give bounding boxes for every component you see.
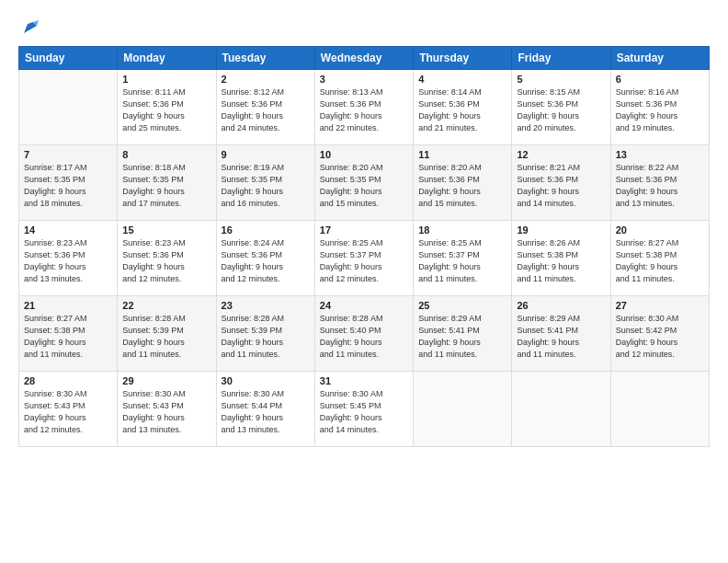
header: [18, 17, 710, 37]
col-header-friday: Friday: [512, 47, 610, 70]
day-number: 3: [320, 74, 408, 85]
day-number: 17: [320, 224, 408, 236]
day-info: Sunrise: 8:12 AM Sunset: 5:36 PM Dayligh…: [222, 86, 310, 134]
day-info: Sunrise: 8:25 AM Sunset: 5:37 PM Dayligh…: [418, 237, 506, 285]
calendar-cell: 26Sunrise: 8:29 AM Sunset: 5:41 PM Dayli…: [512, 296, 610, 372]
day-number: 30: [222, 375, 310, 386]
calendar-cell: 15Sunrise: 8:23 AM Sunset: 5:36 PM Dayli…: [118, 221, 216, 296]
calendar-cell: 16Sunrise: 8:24 AM Sunset: 5:36 PM Dayli…: [216, 221, 314, 296]
calendar-cell: 27Sunrise: 8:30 AM Sunset: 5:42 PM Dayli…: [610, 296, 709, 372]
calendar-header-row: SundayMondayTuesdayWednesdayThursdayFrid…: [19, 47, 710, 70]
calendar-cell: 6Sunrise: 8:16 AM Sunset: 5:36 PM Daylig…: [610, 70, 709, 145]
calendar-week-4: 21Sunrise: 8:27 AM Sunset: 5:38 PM Dayli…: [19, 296, 710, 372]
calendar-cell: 5Sunrise: 8:15 AM Sunset: 5:36 PM Daylig…: [512, 70, 610, 145]
day-info: Sunrise: 8:21 AM Sunset: 5:36 PM Dayligh…: [517, 162, 605, 210]
day-info: Sunrise: 8:27 AM Sunset: 5:38 PM Dayligh…: [616, 237, 704, 285]
calendar-cell: [414, 372, 512, 447]
day-info: Sunrise: 8:14 AM Sunset: 5:36 PM Dayligh…: [418, 86, 506, 134]
day-number: 26: [517, 300, 605, 311]
calendar-cell: 1Sunrise: 8:11 AM Sunset: 5:36 PM Daylig…: [118, 70, 216, 145]
day-number: 11: [418, 149, 506, 160]
calendar-cell: 7Sunrise: 8:17 AM Sunset: 5:35 PM Daylig…: [19, 145, 118, 221]
col-header-sunday: Sunday: [19, 47, 118, 70]
day-info: Sunrise: 8:28 AM Sunset: 5:39 PM Dayligh…: [122, 313, 210, 361]
col-header-saturday: Saturday: [610, 47, 709, 70]
logo: [18, 17, 40, 37]
col-header-tuesday: Tuesday: [216, 47, 314, 70]
day-number: 21: [24, 300, 112, 311]
day-info: Sunrise: 8:25 AM Sunset: 5:37 PM Dayligh…: [320, 237, 408, 285]
day-number: 20: [616, 224, 704, 236]
col-header-thursday: Thursday: [414, 47, 512, 70]
day-info: Sunrise: 8:22 AM Sunset: 5:36 PM Dayligh…: [616, 162, 704, 210]
calendar-week-5: 28Sunrise: 8:30 AM Sunset: 5:43 PM Dayli…: [19, 372, 710, 447]
day-number: 1: [122, 74, 210, 85]
day-info: Sunrise: 8:26 AM Sunset: 5:38 PM Dayligh…: [517, 237, 605, 285]
day-number: 9: [222, 149, 310, 160]
day-info: Sunrise: 8:24 AM Sunset: 5:36 PM Dayligh…: [222, 237, 310, 285]
calendar-cell: 2Sunrise: 8:12 AM Sunset: 5:36 PM Daylig…: [216, 70, 314, 145]
day-info: Sunrise: 8:16 AM Sunset: 5:36 PM Dayligh…: [616, 86, 704, 134]
day-info: Sunrise: 8:30 AM Sunset: 5:42 PM Dayligh…: [616, 313, 704, 361]
calendar-cell: 20Sunrise: 8:27 AM Sunset: 5:38 PM Dayli…: [610, 221, 709, 296]
day-info: Sunrise: 8:29 AM Sunset: 5:41 PM Dayligh…: [418, 313, 506, 361]
day-info: Sunrise: 8:20 AM Sunset: 5:35 PM Dayligh…: [320, 162, 408, 210]
calendar-cell: 22Sunrise: 8:28 AM Sunset: 5:39 PM Dayli…: [118, 296, 216, 372]
day-info: Sunrise: 8:29 AM Sunset: 5:41 PM Dayligh…: [517, 313, 605, 361]
day-info: Sunrise: 8:30 AM Sunset: 5:43 PM Dayligh…: [122, 388, 210, 436]
calendar-cell: 23Sunrise: 8:28 AM Sunset: 5:39 PM Dayli…: [216, 296, 314, 372]
day-number: 2: [222, 74, 310, 85]
day-info: Sunrise: 8:17 AM Sunset: 5:35 PM Dayligh…: [24, 162, 112, 210]
day-info: Sunrise: 8:27 AM Sunset: 5:38 PM Dayligh…: [24, 313, 112, 361]
calendar-week-3: 14Sunrise: 8:23 AM Sunset: 5:36 PM Dayli…: [19, 221, 710, 296]
col-header-monday: Monday: [118, 47, 216, 70]
calendar-week-1: 1Sunrise: 8:11 AM Sunset: 5:36 PM Daylig…: [19, 70, 710, 145]
day-number: 12: [517, 149, 605, 160]
day-info: Sunrise: 8:15 AM Sunset: 5:36 PM Dayligh…: [517, 86, 605, 134]
calendar-cell: 24Sunrise: 8:28 AM Sunset: 5:40 PM Dayli…: [314, 296, 413, 372]
logo-icon: [20, 17, 40, 37]
day-info: Sunrise: 8:30 AM Sunset: 5:44 PM Dayligh…: [222, 388, 310, 436]
calendar-week-2: 7Sunrise: 8:17 AM Sunset: 5:35 PM Daylig…: [19, 145, 710, 221]
day-info: Sunrise: 8:23 AM Sunset: 5:36 PM Dayligh…: [122, 237, 210, 285]
calendar-cell: [610, 372, 709, 447]
calendar-cell: 18Sunrise: 8:25 AM Sunset: 5:37 PM Dayli…: [414, 221, 512, 296]
calendar-cell: 19Sunrise: 8:26 AM Sunset: 5:38 PM Dayli…: [512, 221, 610, 296]
day-info: Sunrise: 8:11 AM Sunset: 5:36 PM Dayligh…: [122, 86, 210, 134]
day-number: 14: [24, 224, 112, 236]
calendar-cell: 8Sunrise: 8:18 AM Sunset: 5:35 PM Daylig…: [118, 145, 216, 221]
calendar-cell: 30Sunrise: 8:30 AM Sunset: 5:44 PM Dayli…: [216, 372, 314, 447]
calendar-cell: 11Sunrise: 8:20 AM Sunset: 5:36 PM Dayli…: [414, 145, 512, 221]
day-info: Sunrise: 8:28 AM Sunset: 5:40 PM Dayligh…: [320, 313, 408, 361]
calendar-cell: 28Sunrise: 8:30 AM Sunset: 5:43 PM Dayli…: [19, 372, 118, 447]
day-number: 8: [122, 149, 210, 160]
day-number: 23: [222, 300, 310, 311]
day-info: Sunrise: 8:19 AM Sunset: 5:35 PM Dayligh…: [222, 162, 310, 210]
day-number: 10: [320, 149, 408, 160]
day-number: 28: [24, 375, 112, 386]
calendar-cell: 29Sunrise: 8:30 AM Sunset: 5:43 PM Dayli…: [118, 372, 216, 447]
calendar-cell: 4Sunrise: 8:14 AM Sunset: 5:36 PM Daylig…: [414, 70, 512, 145]
day-number: 24: [320, 300, 408, 311]
day-number: 5: [517, 74, 605, 85]
page: SundayMondayTuesdayWednesdayThursdayFrid…: [0, 0, 728, 563]
day-number: 18: [418, 224, 506, 236]
day-number: 29: [122, 375, 210, 386]
day-info: Sunrise: 8:28 AM Sunset: 5:39 PM Dayligh…: [222, 313, 310, 361]
day-number: 25: [418, 300, 506, 311]
day-info: Sunrise: 8:23 AM Sunset: 5:36 PM Dayligh…: [24, 237, 112, 285]
calendar-cell: 17Sunrise: 8:25 AM Sunset: 5:37 PM Dayli…: [314, 221, 413, 296]
calendar-table: SundayMondayTuesdayWednesdayThursdayFrid…: [18, 46, 710, 447]
col-header-wednesday: Wednesday: [314, 47, 413, 70]
day-number: 27: [616, 300, 704, 311]
day-info: Sunrise: 8:18 AM Sunset: 5:35 PM Dayligh…: [122, 162, 210, 210]
day-number: 19: [517, 224, 605, 236]
day-number: 31: [320, 375, 408, 386]
day-number: 6: [616, 74, 704, 85]
calendar-cell: 14Sunrise: 8:23 AM Sunset: 5:36 PM Dayli…: [19, 221, 118, 296]
calendar-cell: 3Sunrise: 8:13 AM Sunset: 5:36 PM Daylig…: [314, 70, 413, 145]
calendar-cell: 21Sunrise: 8:27 AM Sunset: 5:38 PM Dayli…: [19, 296, 118, 372]
day-number: 4: [418, 74, 506, 85]
day-info: Sunrise: 8:30 AM Sunset: 5:43 PM Dayligh…: [24, 388, 112, 436]
calendar-cell: 25Sunrise: 8:29 AM Sunset: 5:41 PM Dayli…: [414, 296, 512, 372]
